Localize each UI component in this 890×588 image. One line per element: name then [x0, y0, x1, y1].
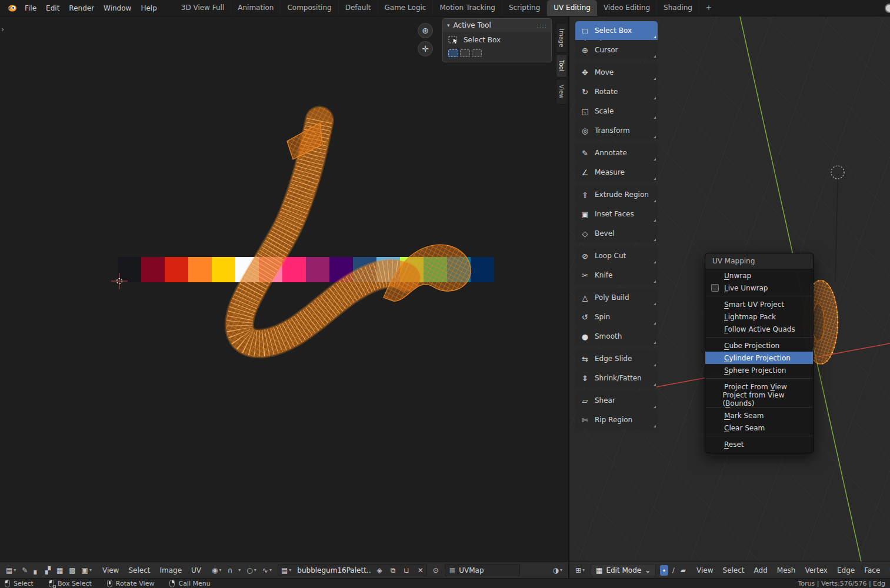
- uv-menu-uv[interactable]: UV: [186, 563, 206, 578]
- menu-item-cube-projection[interactable]: Cube Projection: [705, 339, 813, 352]
- tool-inset-faces[interactable]: ▣Inset Faces: [575, 205, 658, 223]
- menu-item-mark-seam[interactable]: Mark Seam: [705, 409, 813, 422]
- menu-item-project-from-view-bounds[interactable]: Project from View (Bounds): [705, 393, 813, 405]
- sidebar-tab-image[interactable]: Image: [556, 23, 566, 53]
- toolbar-expand-arrow[interactable]: ›: [1, 25, 4, 34]
- vp-menu-view[interactable]: View: [692, 563, 718, 578]
- tool-bevel[interactable]: ◇Bevel: [575, 224, 658, 243]
- tool-spin[interactable]: ↺Spin: [575, 308, 658, 326]
- menu-edit[interactable]: Edit: [41, 1, 64, 16]
- empty-gizmo[interactable]: [831, 166, 844, 179]
- panel-expand-icon[interactable]: ▾: [447, 22, 450, 28]
- workspace-tab-video-editing[interactable]: Video Editing: [597, 0, 657, 16]
- editor-type-button[interactable]: ⊞▾: [574, 565, 586, 576]
- add-workspace-button[interactable]: +: [699, 0, 718, 16]
- vp-menu-vertex[interactable]: Vertex: [800, 563, 832, 578]
- tool-loop-cut[interactable]: ⊘Loop Cut: [575, 246, 658, 265]
- tool-move[interactable]: ✥Move: [575, 63, 658, 82]
- sidebar-tab-view[interactable]: View: [556, 79, 566, 105]
- uv-menu-select[interactable]: Select: [124, 563, 155, 578]
- face-select-toggle[interactable]: ▰: [679, 565, 688, 576]
- menu-render[interactable]: Render: [64, 1, 99, 16]
- box-select-mode-subtract-toggle[interactable]: [472, 49, 482, 57]
- tool-cursor[interactable]: ⊕Cursor: [575, 41, 658, 59]
- vp-menu-add[interactable]: Add: [749, 563, 772, 578]
- uv-menu-view[interactable]: View: [98, 563, 124, 578]
- menu-help[interactable]: Help: [136, 1, 161, 16]
- tool-knife[interactable]: ✂Knife: [575, 266, 658, 285]
- workspace-tab-scripting[interactable]: Scripting: [502, 0, 547, 16]
- tool-transform[interactable]: ◎Transform: [575, 121, 658, 140]
- menu-item-live-unwrap[interactable]: Live Unwrap: [705, 282, 813, 294]
- workspace-tab-game-logic[interactable]: Game Logic: [378, 0, 434, 16]
- vp-menu-face[interactable]: Face: [859, 563, 885, 578]
- menu-item-reset[interactable]: Reset: [705, 438, 813, 450]
- uvmap-field[interactable]: ▦ UVMap: [445, 564, 520, 576]
- vp-menu-select[interactable]: Select: [718, 563, 749, 578]
- menu-item-smart-uv-project[interactable]: Smart UV Project: [705, 298, 813, 310]
- menu-item-sphere-projection[interactable]: Sphere Projection: [705, 364, 813, 376]
- tool-select-box[interactable]: ◻Select Box: [575, 21, 658, 40]
- uv-select-vertex-toggle[interactable]: ▖: [32, 565, 41, 576]
- tool-annotate[interactable]: ✎Annotate: [575, 143, 658, 162]
- tool-extrude-region[interactable]: ⇧Extrude Region: [575, 185, 658, 204]
- panel-drag-handle-icon[interactable]: ::::: [537, 22, 547, 29]
- browse-image-button[interactable]: ▤ ▾: [278, 564, 294, 576]
- tool-shear[interactable]: ▱Shear: [575, 391, 658, 410]
- new-image-button[interactable]: ⧉: [388, 566, 399, 574]
- box-select-mode-extend-toggle[interactable]: [460, 49, 470, 57]
- open-image-button[interactable]: ⊔: [401, 566, 412, 574]
- uv-select-island-toggle[interactable]: ▩: [67, 565, 77, 576]
- workspace-tab-shading[interactable]: Shading: [657, 0, 699, 16]
- tool-edge-slide[interactable]: ⇆Edge Slide: [575, 349, 658, 368]
- vp-menu-mesh[interactable]: Mesh: [772, 563, 801, 578]
- workspace-tab-compositing[interactable]: Compositing: [281, 0, 338, 16]
- falloff-button[interactable]: ∿▾: [261, 565, 274, 576]
- tool-rip-region[interactable]: ✄Rip Region: [575, 410, 658, 429]
- vp-menu-edge[interactable]: Edge: [832, 563, 859, 578]
- pivot-button[interactable]: ◉▾: [210, 565, 224, 576]
- vp-menu-uv[interactable]: UV: [885, 563, 890, 578]
- uv-select-face-toggle[interactable]: ▦: [55, 565, 65, 576]
- tool-poly-build[interactable]: △Poly Build: [575, 288, 658, 307]
- snap-magnet-toggle[interactable]: ∩: [226, 565, 235, 576]
- tool-shrink-fatten[interactable]: ⇕Shrink/Fatten: [575, 369, 658, 387]
- menu-item-unwrap[interactable]: Unwrap: [705, 269, 813, 282]
- menu-file[interactable]: File: [20, 1, 41, 16]
- mode-dropdown[interactable]: ▦ Edit Mode ⌄: [591, 564, 656, 576]
- menu-item-follow-active-quads[interactable]: Follow Active Quads: [705, 323, 813, 335]
- proportional-edit-button[interactable]: ○▾: [245, 565, 258, 576]
- uv-menu-image[interactable]: Image: [155, 563, 186, 578]
- pen-mode-button[interactable]: ✎: [20, 565, 29, 576]
- edge-select-toggle[interactable]: ∕: [671, 565, 676, 576]
- tool-scale[interactable]: ◱Scale: [575, 102, 658, 121]
- uv-select-edge-toggle[interactable]: ▞: [44, 565, 52, 576]
- menu-item-cylinder-projection[interactable]: Cylinder Projection: [705, 352, 813, 364]
- pan-button[interactable]: ✛: [418, 41, 433, 56]
- workspace-tab-motion-tracking[interactable]: Motion Tracking: [433, 0, 502, 16]
- active-tool-panel-header[interactable]: ▾ Active Tool ::::: [443, 19, 551, 32]
- menu-item-clear-seam[interactable]: Clear Seam: [705, 422, 813, 434]
- palette-image[interactable]: [118, 257, 494, 282]
- uv-island-mesh[interactable]: [239, 121, 471, 343]
- unlink-image-button[interactable]: ✕: [415, 566, 426, 574]
- blender-logo-icon[interactable]: [6, 2, 18, 14]
- live-unwrap-checkbox[interactable]: [711, 284, 724, 292]
- workspace-tab-default[interactable]: Default: [339, 0, 378, 16]
- zoom-button[interactable]: ⊕: [418, 23, 433, 38]
- menu-item-lightmap-pack[interactable]: Lightmap Pack: [705, 310, 813, 323]
- tool-measure[interactable]: ∠Measure: [575, 163, 658, 182]
- display-channels-button[interactable]: ◑▾: [551, 565, 565, 576]
- snap-settings-button[interactable]: ▾: [236, 566, 242, 574]
- tool-rotate[interactable]: ↻Rotate: [575, 82, 658, 101]
- pin-toggle[interactable]: ⊙: [431, 565, 441, 576]
- workspace-tab-animation[interactable]: Animation: [231, 0, 281, 16]
- fake-user-toggle[interactable]: ◈: [374, 566, 385, 574]
- vertex-select-toggle[interactable]: ∙: [660, 565, 668, 576]
- workspace-tab-3d-view-full[interactable]: 3D View Full: [175, 0, 232, 16]
- menu-window[interactable]: Window: [99, 1, 136, 16]
- tool-smooth[interactable]: ●Smooth: [575, 327, 658, 346]
- workspace-tab-uv-editing[interactable]: UV Editing: [547, 0, 597, 16]
- image-name[interactable]: bubblegum16Palett..: [294, 564, 374, 576]
- box-select-mode-set-toggle[interactable]: [448, 49, 458, 57]
